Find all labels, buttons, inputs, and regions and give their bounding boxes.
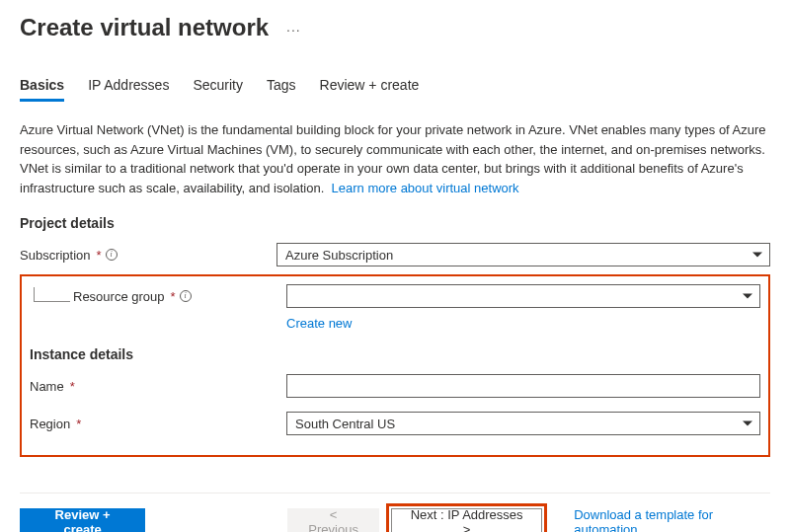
info-icon[interactable]: i xyxy=(180,290,192,302)
required-indicator: * xyxy=(70,379,75,394)
more-icon[interactable]: ··· xyxy=(286,22,301,38)
region-select[interactable]: South Central US xyxy=(286,412,760,435)
resource-group-label: Resource group xyxy=(73,289,165,304)
review-create-button[interactable]: Review + create xyxy=(20,508,145,532)
required-indicator: * xyxy=(171,289,176,304)
subscription-select[interactable]: Azure Subscription xyxy=(276,243,770,266)
tab-bar: Basics IP Addresses Security Tags Review… xyxy=(20,71,770,103)
page-title: Create virtual network xyxy=(20,14,269,41)
name-input[interactable] xyxy=(286,374,760,398)
project-details-heading: Project details xyxy=(20,215,770,231)
tab-tags[interactable]: Tags xyxy=(267,71,296,102)
previous-button: < Previous xyxy=(287,508,379,532)
required-indicator: * xyxy=(97,248,102,263)
required-indicator: * xyxy=(76,417,81,431)
subscription-label: Subscription xyxy=(20,248,91,263)
tab-review-create[interactable]: Review + create xyxy=(320,71,420,102)
region-label: Region xyxy=(30,417,70,431)
tab-basics[interactable]: Basics xyxy=(20,71,64,102)
highlight-annotation: Resource group * i Create new Instance d… xyxy=(20,274,770,457)
learn-more-link[interactable]: Learn more about virtual network xyxy=(332,181,519,195)
create-new-link[interactable]: Create new xyxy=(286,316,352,331)
name-label: Name xyxy=(30,379,64,394)
download-template-link[interactable]: Download a template for automation xyxy=(574,507,770,532)
next-button[interactable]: Next : IP Addresses > xyxy=(391,508,542,532)
tab-security[interactable]: Security xyxy=(193,71,243,102)
resource-group-select[interactable] xyxy=(286,284,760,308)
description-text: Azure Virtual Network (VNet) is the fund… xyxy=(20,120,770,197)
info-icon[interactable]: i xyxy=(106,249,118,261)
tab-ip-addresses[interactable]: IP Addresses xyxy=(88,71,169,102)
instance-details-heading: Instance details xyxy=(30,346,760,362)
